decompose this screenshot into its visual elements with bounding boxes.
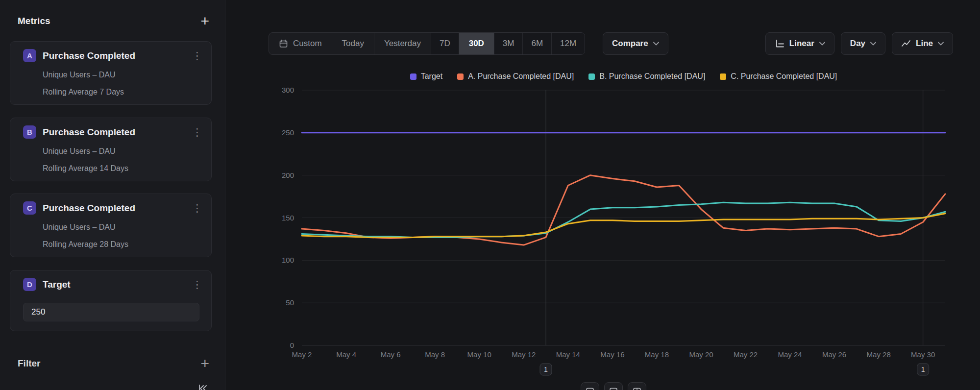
rows-icon bbox=[609, 387, 618, 390]
collapse-left-icon bbox=[197, 383, 208, 390]
chevron-down-icon bbox=[870, 42, 876, 46]
x-tick-label: May 16 bbox=[600, 350, 624, 359]
chart-legend: TargetA. Purchase Completed [DAU]B. Purc… bbox=[302, 72, 945, 81]
range-label: 30D bbox=[469, 39, 484, 49]
metric-measure: Unique Users – DAU bbox=[43, 222, 201, 232]
metric-card-c[interactable]: C Purchase Completed ⋮ Unique Users – DA… bbox=[10, 194, 212, 257]
scale-select[interactable]: Linear bbox=[765, 32, 834, 55]
annotation-chip[interactable]: 1 bbox=[917, 364, 929, 375]
legend-label: C. Purchase Completed [DAU] bbox=[731, 72, 837, 81]
date-range-control: Custom Today Yesterday 7D 30D 3M 6M 12M bbox=[269, 32, 585, 55]
x-tick-label: May 24 bbox=[778, 350, 802, 359]
range-3m-button[interactable]: 3M bbox=[494, 33, 523, 54]
metrics-dashboard: { "sidebar": { "title": "Metrics", "metr… bbox=[0, 0, 980, 390]
chart-footer-actions bbox=[581, 382, 646, 390]
series-c-purchase-completed-dau bbox=[302, 214, 945, 238]
kebab-menu-icon[interactable]: ⋮ bbox=[192, 279, 202, 290]
kebab-menu-icon[interactable]: ⋮ bbox=[192, 127, 202, 137]
add-filter-button[interactable]: + bbox=[200, 357, 209, 370]
y-tick-label: 200 bbox=[282, 171, 294, 179]
x-tick-label: May 8 bbox=[425, 350, 445, 359]
target-card[interactable]: D Target ⋮ bbox=[10, 270, 212, 331]
metric-badge-c: C bbox=[23, 201, 36, 215]
kebab-menu-icon[interactable]: ⋮ bbox=[192, 50, 202, 61]
x-tick-label: May 30 bbox=[911, 350, 935, 359]
metric-rolling-average: Rolling Average 7 Days bbox=[43, 87, 201, 97]
range-label: Custom bbox=[293, 39, 322, 49]
chart-type-select[interactable]: Line bbox=[892, 32, 953, 55]
legend-label: Target bbox=[421, 72, 442, 81]
interval-label: Day bbox=[850, 39, 865, 49]
metric-title: Purchase Completed bbox=[43, 50, 135, 61]
y-tick-label: 100 bbox=[282, 256, 294, 264]
collapse-sidebar-button[interactable] bbox=[194, 381, 212, 390]
x-tick-label: May 26 bbox=[822, 350, 846, 359]
chart-footer-button-3[interactable] bbox=[628, 382, 646, 390]
x-tick-label: May 22 bbox=[734, 350, 758, 359]
linear-scale-icon bbox=[775, 39, 784, 49]
filter-title: Filter bbox=[18, 358, 40, 369]
metric-badge-d: D bbox=[23, 278, 36, 291]
metric-badge-a: A bbox=[23, 49, 36, 62]
range-6m-button[interactable]: 6M bbox=[522, 33, 551, 54]
range-7d-button[interactable]: 7D bbox=[431, 33, 459, 54]
y-tick-label: 150 bbox=[282, 214, 294, 222]
metric-measure: Unique Users – DAU bbox=[43, 70, 201, 80]
grid-icon bbox=[633, 387, 641, 390]
series-b-purchase-completed-dau bbox=[302, 202, 945, 237]
chart-footer-button-1[interactable] bbox=[581, 382, 599, 390]
metric-rolling-average: Rolling Average 14 Days bbox=[43, 163, 201, 173]
target-card-head: D Target ⋮ bbox=[10, 270, 211, 291]
kebab-menu-icon[interactable]: ⋮ bbox=[192, 203, 202, 213]
chevron-down-icon bbox=[653, 42, 659, 46]
range-label: Today bbox=[342, 39, 364, 49]
legend-item[interactable]: C. Purchase Completed [DAU] bbox=[720, 72, 837, 81]
y-tick-label: 0 bbox=[290, 341, 294, 349]
panel-icon bbox=[586, 387, 594, 390]
range-label: 6M bbox=[531, 39, 543, 49]
add-metric-button[interactable]: + bbox=[200, 15, 209, 27]
interval-select[interactable]: Day bbox=[841, 32, 885, 55]
metric-badge-b: B bbox=[23, 125, 36, 139]
legend-item[interactable]: A. Purchase Completed [DAU] bbox=[457, 72, 574, 81]
legend-item[interactable]: B. Purchase Completed [DAU] bbox=[588, 72, 705, 81]
target-value-input[interactable] bbox=[23, 303, 199, 321]
legend-item[interactable]: Target bbox=[410, 72, 442, 81]
x-tick-label: May 18 bbox=[645, 350, 669, 359]
range-custom-button[interactable]: Custom bbox=[269, 33, 332, 54]
range-today-button[interactable]: Today bbox=[332, 33, 374, 54]
y-tick-label: 50 bbox=[286, 298, 294, 307]
metric-measure: Unique Users – DAU bbox=[43, 146, 201, 156]
range-yesterday-button[interactable]: Yesterday bbox=[374, 33, 431, 54]
metric-card-head: C Purchase Completed ⋮ bbox=[10, 194, 211, 215]
metric-rolling-average: Rolling Average 28 Days bbox=[43, 239, 201, 249]
x-tick-label: May 2 bbox=[292, 350, 312, 359]
metric-card-head: A Purchase Completed ⋮ bbox=[10, 42, 211, 62]
chart-settings-group: Linear Day Line bbox=[765, 32, 953, 55]
range-label: 7D bbox=[440, 39, 450, 49]
metric-card-b[interactable]: B Purchase Completed ⋮ Unique Users – DA… bbox=[10, 118, 212, 181]
annotation-chip[interactable]: 1 bbox=[540, 364, 552, 375]
range-label: 12M bbox=[560, 39, 576, 49]
line-chart-icon bbox=[901, 39, 911, 49]
x-tick-label: May 20 bbox=[689, 350, 713, 359]
range-label: 3M bbox=[503, 39, 514, 49]
metrics-sidebar: Metrics + A Purchase Completed ⋮ Unique … bbox=[0, 0, 225, 390]
chart-footer-button-2[interactable] bbox=[604, 382, 623, 390]
x-tick-label: May 14 bbox=[556, 350, 580, 359]
compare-button[interactable]: Compare bbox=[603, 32, 668, 55]
x-tick-label: May 28 bbox=[867, 350, 891, 359]
x-tick-label: May 12 bbox=[512, 350, 536, 359]
filter-section: Filter + bbox=[18, 356, 209, 371]
legend-swatch bbox=[588, 73, 595, 80]
calendar-icon bbox=[279, 39, 288, 49]
svg-text:1: 1 bbox=[544, 366, 548, 373]
chevron-down-icon bbox=[938, 42, 944, 46]
metric-card-a[interactable]: A Purchase Completed ⋮ Unique Users – DA… bbox=[10, 41, 212, 105]
metric-title: Purchase Completed bbox=[43, 203, 135, 214]
range-12m-button[interactable]: 12M bbox=[551, 33, 585, 54]
range-30d-button[interactable]: 30D bbox=[459, 33, 494, 54]
svg-text:1: 1 bbox=[921, 366, 925, 373]
x-tick-label: May 6 bbox=[381, 350, 401, 359]
chevron-down-icon bbox=[819, 42, 825, 46]
